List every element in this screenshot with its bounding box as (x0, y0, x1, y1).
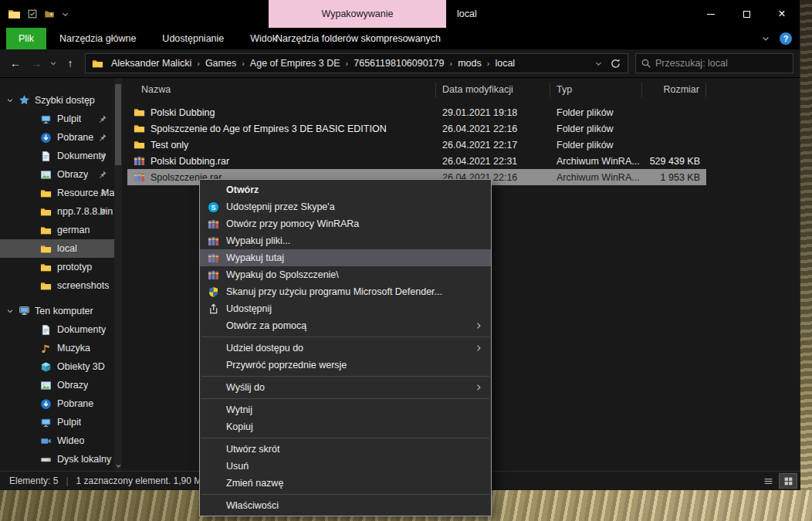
recent-locations-chevron-icon[interactable] (48, 59, 59, 67)
menu-item-wy-lij-do[interactable]: Wyślij do (200, 379, 491, 396)
menu-item-label: Wypakuj pliki... (226, 235, 485, 246)
star-icon (19, 94, 30, 106)
sidebar-item-npp-7-8-8-bin[interactable]: npp.7.8.8.bin (0, 202, 114, 221)
help-button[interactable]: ? (780, 32, 792, 45)
column-header-typ[interactable]: Typ (550, 83, 642, 97)
scrollbar-thumb[interactable] (115, 84, 121, 165)
menu-item-otw-rz[interactable]: Otwórz (200, 181, 491, 198)
qat-new-folder-icon[interactable] (44, 8, 55, 19)
contextual-ribbon-tab[interactable]: Narzędzia folderów skompresowanych (272, 28, 445, 49)
sidebar-item-german[interactable]: german (0, 221, 114, 239)
sidebar-item-pulpit[interactable]: Pulpit (0, 413, 114, 431)
file-name: Polski Dubbing.rar (151, 156, 229, 167)
maximize-icon (743, 11, 750, 18)
column-header-nazwa[interactable]: Nazwa (127, 83, 436, 97)
breadcrumb-item[interactable]: Aleksander Malicki (107, 58, 196, 69)
sidebar-item-dysk-lokalny-c[interactable]: Dysk lokalny (C:) (0, 450, 114, 469)
menu-item-zmie-nazw[interactable]: Zmień nazwę (200, 475, 491, 492)
computer-icon (19, 305, 30, 316)
menu-item-otw-rz-za-pomoc[interactable]: Otwórz za pomocą (200, 317, 491, 334)
column-header-data-modyfikacji[interactable]: Data modyfikacji (436, 83, 550, 97)
refresh-icon[interactable] (610, 58, 621, 69)
menu-item-label: Przywróć poprzednie wersje (226, 360, 485, 370)
breadcrumb-item[interactable]: local (490, 58, 519, 69)
file-row-polski-dubbing[interactable]: Polski Dubbing 29.01.2021 19:18 Folder p… (127, 104, 706, 120)
sidebar-section-szybki-dost-p[interactable]: Szybki dostęp (0, 90, 114, 110)
file-menu-button[interactable]: Plik (6, 28, 46, 49)
breadcrumb-item[interactable]: mods (453, 58, 486, 69)
menu-item-usu[interactable]: Usuń (200, 458, 491, 475)
contextual-tab-header: Wypakowywanie (269, 0, 446, 28)
menu-item-otw-rz-przy-pomocy-winrara[interactable]: Otwórz przy pomocy WinRARa (200, 215, 491, 232)
thumbnails-view-button[interactable] (779, 473, 797, 489)
close-button[interactable]: × (764, 0, 800, 28)
sidebar-item-obrazy[interactable]: Obrazy (0, 165, 114, 184)
sidebar-item-pulpit[interactable]: Pulpit (0, 110, 114, 128)
breadcrumb-item[interactable]: 76561198106090179 (349, 58, 448, 69)
scrollbar-down-arrow-icon[interactable] (114, 461, 122, 470)
menu-item-w-a-ciwo-ci[interactable]: Właściwości (200, 497, 491, 514)
menu-item-udost-pnij[interactable]: Udostępnij (200, 300, 491, 317)
sidebar-section-ten-komputer[interactable]: Ten komputer (0, 301, 114, 320)
forward-button[interactable]: → (27, 57, 46, 69)
minimize-button[interactable] (693, 0, 729, 28)
details-view-button[interactable] (759, 473, 777, 489)
sidebar-item-label: prototyp (57, 262, 92, 272)
search-input[interactable] (655, 58, 788, 69)
search-box[interactable] (635, 53, 793, 73)
window-controls: × (693, 0, 800, 28)
file-row-spolszczenie-do-age-of-empires-3-de-basic-edition[interactable]: Spolszczenie do Age of Empires 3 DE BASI… (127, 120, 706, 137)
ribbon-tab-udost-pnianie[interactable]: Udostępnianie (149, 28, 237, 49)
sidebar-item-screenshots[interactable]: screenshots (0, 276, 114, 295)
menu-item-label: Wytnij (226, 404, 485, 415)
maximize-button[interactable] (729, 0, 764, 28)
breadcrumb-item[interactable]: Games (201, 58, 241, 69)
video-icon (40, 435, 52, 447)
menu-item-label: Utwórz skrót (226, 444, 485, 455)
menu-item-skanuj-przy-u-yciu-programu-microsoft-defender[interactable]: Skanuj przy użyciu programu Microsoft De… (200, 283, 491, 300)
column-header-rozmiar[interactable]: Rozmiar (642, 83, 706, 97)
sidebar-item-pobrane[interactable]: Pobrane (0, 394, 114, 413)
sidebar-item-obrazy[interactable]: Obrazy (0, 376, 114, 394)
menu-item-wypakuj-do-spolszczenie[interactable]: Wypakuj do Spolszczenie\ (200, 266, 491, 283)
menu-item-przywr-poprzednie-wersje[interactable]: Przywróć poprzednie wersje (200, 357, 491, 374)
file-row-polski-dubbing-rar[interactable]: Polski Dubbing.rar 26.04.2021 22:31 Arch… (127, 153, 706, 169)
sidebar-item-obiekty-3d[interactable]: Obiekty 3D (0, 357, 114, 376)
menu-item-wypakuj-pliki[interactable]: Wypakuj pliki... (200, 232, 491, 249)
pin-icon (98, 151, 107, 161)
chevron-down-icon[interactable] (6, 96, 14, 104)
menu-item-udost-pnij-przez-skype-a[interactable]: S Udostępnij przez Skype'a (200, 198, 491, 215)
sidebar-item-pobrane[interactable]: Pobrane (0, 128, 114, 147)
menu-item-kopiuj[interactable]: Kopiuj (200, 418, 491, 435)
qat-properties-icon[interactable] (27, 8, 38, 19)
menu-item-wytnij[interactable]: Wytnij (200, 401, 491, 418)
qat-customize-chevron-icon[interactable] (61, 10, 69, 19)
chevron-down-icon[interactable] (6, 307, 14, 315)
address-dropdown-chevron-icon[interactable] (594, 59, 603, 68)
desktop-wallpaper (800, 0, 812, 521)
up-button[interactable]: ↑ (61, 57, 80, 69)
sidebar-item-label: Pulpit (57, 417, 81, 428)
file-size: 1 953 KB (642, 172, 706, 183)
menu-item-utw-rz-skr-t[interactable]: Utwórz skrót (200, 441, 491, 458)
sidebar-item-prototyp[interactable]: prototyp (0, 258, 114, 276)
sidebar-item-wideo[interactable]: Wideo (0, 431, 114, 450)
sidebar-item-resource-mai[interactable]: Resource Mai (0, 184, 114, 202)
menu-item-label: Zmień nazwę (226, 478, 485, 489)
back-button[interactable]: ← (6, 57, 25, 69)
menu-item-udziel-dost-pu-do[interactable]: Udziel dostępu do (200, 340, 491, 357)
sidebar-item-local[interactable]: local (0, 239, 114, 258)
breadcrumb-item[interactable]: Age of Empires 3 DE (245, 58, 345, 69)
sidebar-scrollbar[interactable] (114, 78, 122, 471)
ribbon-tab-narz-dzia-g-wne[interactable]: Narzędzia główne (46, 28, 149, 49)
desktop: Wypakowywanie local × Plik Narzędzia głó… (0, 0, 812, 521)
sidebar-item-label: Obrazy (57, 169, 88, 180)
sidebar-item-dokumenty[interactable]: Dokumenty (0, 320, 114, 339)
sidebar-item-dokumenty[interactable]: Dokumenty (0, 147, 114, 165)
menu-item-label: Otwórz (226, 184, 485, 195)
collapse-ribbon-chevron-icon[interactable] (761, 34, 770, 43)
address-bar[interactable]: Aleksander Malicki›Games›Age of Empires … (85, 53, 628, 73)
sidebar-item-muzyka[interactable]: Muzyka (0, 339, 114, 357)
file-row-test-only[interactable]: Test only 26.04.2021 22:17 Folder plików (127, 137, 706, 153)
menu-item-wypakuj-tutaj[interactable]: Wypakuj tutaj (200, 249, 491, 266)
